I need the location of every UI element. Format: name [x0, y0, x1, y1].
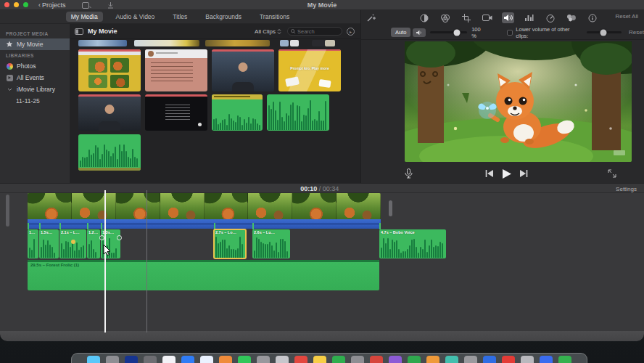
tab-backgrounds[interactable]: Backgrounds	[200, 12, 247, 22]
media-thumbnail[interactable]	[78, 40, 127, 46]
disclosure-chevron-icon[interactable]	[6, 86, 13, 93]
timeline-clip-selected[interactable]: 2.7s – Lo…	[214, 229, 246, 258]
timeline-settings-button[interactable]: Settings	[616, 186, 637, 192]
color-balance-icon[interactable]	[418, 12, 430, 23]
dock-app-icon[interactable]	[483, 356, 496, 363]
media-thumbnail[interactable]	[205, 40, 270, 46]
media-thumbnail[interactable]	[78, 94, 141, 131]
sidebar-item-my-movie[interactable]: My Movie	[0, 38, 70, 50]
media-thumbnail[interactable]	[325, 40, 335, 46]
fade-handle[interactable]	[117, 235, 122, 240]
all-clips-filter[interactable]: All Clips	[255, 28, 281, 35]
volume-icon[interactable]	[502, 12, 514, 23]
media-thumbnail[interactable]	[78, 49, 141, 91]
tab-my-media[interactable]: My Media	[66, 12, 103, 22]
tab-audio-video[interactable]: Audio & Video	[111, 12, 160, 22]
close-window-button[interactable]	[4, 2, 9, 7]
search-input[interactable]	[297, 28, 339, 35]
dock-app-icon[interactable]	[332, 356, 345, 363]
minimize-window-button[interactable]	[14, 2, 19, 7]
search-field[interactable]	[287, 27, 342, 36]
lower-volume-slider[interactable]	[587, 31, 622, 33]
sidebar-item-all-events[interactable]: All Events	[0, 72, 70, 83]
dock-app-icon[interactable]	[257, 356, 270, 363]
dock-app-icon[interactable]	[87, 356, 100, 363]
media-thumbnail[interactable]	[145, 49, 207, 91]
info-icon[interactable]	[586, 12, 598, 23]
skip-forward-button[interactable]	[519, 170, 528, 177]
lower-volume-checkbox[interactable]	[507, 30, 513, 36]
playhead[interactable]	[104, 190, 106, 333]
media-thumbnail[interactable]	[134, 40, 199, 46]
zoom-window-button[interactable]	[23, 2, 28, 7]
dock-app-icon[interactable]	[558, 356, 571, 363]
lower-volume-slider-knob[interactable]	[600, 29, 607, 36]
voiceover-mic-button[interactable]	[405, 168, 413, 179]
tab-transitions[interactable]: Transitions	[255, 12, 294, 22]
sidebar-item-photos[interactable]: Photos	[0, 60, 70, 72]
dock-app-icon[interactable]	[238, 356, 251, 363]
dock-app-icon[interactable]	[276, 356, 289, 363]
timeline-clip[interactable]: 4.7s – Bobo Voice	[379, 229, 446, 258]
media-thumbnail[interactable]	[267, 94, 329, 131]
reset-volume-button[interactable]: Reset	[629, 29, 644, 36]
skip-back-button[interactable]	[485, 170, 494, 177]
fade-handle[interactable]	[99, 235, 104, 240]
dock-app-icon[interactable]	[389, 356, 402, 363]
media-thumbnail[interactable]	[145, 94, 207, 131]
media-thumbnail[interactable]	[290, 40, 299, 46]
sidebar-toggle-icon[interactable]	[75, 25, 83, 38]
enhance-wand-icon[interactable]	[365, 12, 377, 23]
play-button[interactable]	[501, 168, 512, 179]
timeline-clip[interactable]: 1.5s…	[39, 229, 59, 258]
sidebar-item-imovie-library[interactable]: iMovie Library	[0, 83, 70, 95]
timeline-scrollbar-right[interactable]	[389, 200, 392, 216]
reset-all-button[interactable]: Reset All	[615, 13, 638, 20]
dock-app-icon[interactable]	[464, 356, 477, 363]
dock-app-icon[interactable]	[502, 356, 515, 363]
timeline-music-clip[interactable]: 29.5s – Forest Frolic (1)	[28, 260, 379, 290]
dock-app-icon[interactable]	[181, 356, 194, 363]
timeline-scrollbar-left[interactable]	[6, 195, 9, 227]
speed-icon[interactable]	[544, 12, 556, 23]
dock-app-icon[interactable]	[351, 356, 364, 363]
timeline-clip[interactable]: 2.6s – Lu…	[252, 229, 290, 258]
tab-titles[interactable]: Titles	[168, 12, 192, 22]
dock-app-icon[interactable]	[162, 356, 176, 363]
dock-app-icon[interactable]	[125, 356, 138, 363]
media-thumbnail[interactable]: Prompt kro, Play more	[278, 49, 341, 91]
effects-icon[interactable]	[565, 12, 577, 23]
dock-app-icon[interactable]	[408, 356, 421, 363]
timeline-clip[interactable]: 1.2…	[87, 229, 100, 258]
media-thumbnail[interactable]	[312, 40, 325, 46]
dock-app-icon[interactable]	[219, 356, 232, 363]
dock-app-icon[interactable]	[313, 356, 326, 363]
timeline-clip[interactable]: 1…	[28, 229, 38, 258]
dock-app-icon[interactable]	[106, 356, 119, 363]
dock-app-icon[interactable]	[445, 356, 458, 363]
dock-app-icon[interactable]	[426, 356, 439, 363]
dock-app-icon[interactable]	[144, 356, 157, 363]
dock-app-icon[interactable]	[540, 356, 553, 363]
fullscreen-icon[interactable]	[608, 169, 616, 178]
crop-icon[interactable]	[460, 12, 472, 23]
media-thumbnail[interactable]	[280, 40, 289, 46]
auto-volume-button[interactable]: Auto	[391, 28, 410, 37]
dock-app-icon[interactable]	[294, 356, 307, 363]
color-correction-icon[interactable]	[439, 12, 451, 23]
clip-filter-icon[interactable]: ▸	[347, 28, 355, 36]
volume-slider[interactable]	[430, 31, 467, 33]
video-clip-audio-strip[interactable]	[28, 219, 381, 229]
back-to-projects-button[interactable]: ‹Projects	[38, 1, 66, 9]
mute-button[interactable]	[413, 28, 426, 37]
media-thumbnail[interactable]	[212, 94, 263, 131]
timeline-clip[interactable]: 2.1s – L…	[59, 229, 86, 258]
stabilization-icon[interactable]	[481, 12, 493, 23]
dock-app-icon[interactable]	[200, 356, 213, 363]
video-clip-filmstrip[interactable]	[28, 193, 381, 219]
dock-app-icon[interactable]	[521, 356, 534, 363]
sidebar-item-event-date[interactable]: 11-11-25	[0, 95, 70, 107]
dock-app-icon[interactable]	[370, 356, 383, 363]
media-thumbnail[interactable]	[212, 49, 274, 91]
volume-slider-knob[interactable]	[453, 29, 460, 36]
